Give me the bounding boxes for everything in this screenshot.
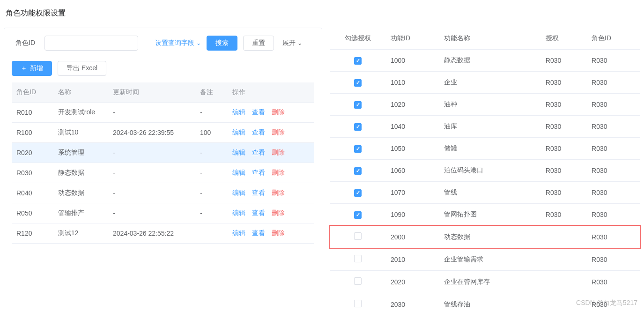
auth-checkbox[interactable]	[354, 300, 362, 307]
reset-button[interactable]: 重置	[243, 36, 274, 51]
col-role-id[interactable]: 角色ID	[587, 28, 640, 50]
cell-func-id: 2030	[386, 293, 439, 312]
table-row: 1000 静态数据 R030 R030	[330, 50, 640, 72]
cell-role-id: R030	[587, 138, 640, 160]
cell-func-name: 泊位码头港口	[439, 160, 541, 182]
view-link[interactable]: 查看	[252, 128, 265, 136]
auth-checkbox[interactable]	[354, 57, 362, 65]
permission-list-panel: 勾选授权 功能ID 功能名称 授权 角色ID 1000 静态数据 R030 R0…	[330, 28, 640, 312]
cell-update-time: -	[108, 143, 195, 163]
cell-auth	[541, 226, 587, 248]
edit-link[interactable]: 编辑	[232, 189, 245, 196]
cell-check	[330, 72, 386, 94]
cell-func-id: 1040	[386, 116, 439, 138]
cell-auth: R030	[541, 116, 587, 138]
auth-checkbox[interactable]	[354, 255, 362, 262]
col-name[interactable]: 名称	[53, 82, 108, 103]
cell-role-id: R010	[12, 103, 53, 123]
auth-checkbox[interactable]	[354, 123, 362, 131]
auth-checkbox[interactable]	[354, 232, 362, 240]
auth-checkbox[interactable]	[354, 167, 362, 175]
cell-role-id: R030	[12, 163, 53, 183]
auth-checkbox[interactable]	[354, 189, 362, 197]
view-link[interactable]: 查看	[252, 108, 265, 116]
cell-name: 开发测试role	[53, 103, 108, 123]
col-remark[interactable]: 备注	[195, 82, 228, 103]
edit-link[interactable]: 编辑	[232, 108, 245, 116]
cell-func-name: 管线存油	[439, 293, 541, 312]
table-row: 1040 油库 R030 R030	[330, 116, 640, 138]
cell-check	[330, 182, 386, 204]
config-query-fields-link[interactable]: 设置查询字段 ⌄	[155, 39, 201, 47]
table-row: 2020 企业在管网库存 R030	[330, 271, 640, 293]
edit-link[interactable]: 编辑	[232, 209, 245, 216]
cell-check	[330, 293, 386, 312]
col-role-id[interactable]: 角色ID	[12, 82, 53, 103]
cell-auth: R030	[541, 204, 587, 226]
cell-actions: 编辑 查看 删除	[228, 123, 314, 143]
table-row[interactable]: R050 管输排产 - - 编辑 查看 删除	[12, 203, 314, 223]
cell-role-id: R050	[12, 203, 53, 223]
delete-link[interactable]: 删除	[272, 229, 285, 237]
cell-auth: R030	[541, 138, 587, 160]
watermark: CSDN @白龙马5217	[576, 299, 637, 307]
table-row[interactable]: R020 系统管理 - - 编辑 查看 删除	[12, 143, 314, 163]
cell-func-id: 1090	[386, 204, 439, 226]
edit-link[interactable]: 编辑	[232, 229, 245, 237]
table-row[interactable]: R040 动态数据 - - 编辑 查看 删除	[12, 183, 314, 203]
delete-link[interactable]: 删除	[272, 209, 285, 216]
view-link[interactable]: 查看	[252, 149, 265, 156]
chevron-down-icon: ⌄	[196, 40, 201, 46]
cell-role-id: R030	[587, 72, 640, 94]
export-excel-button[interactable]: 导出 Excel	[58, 61, 106, 76]
auth-checkbox[interactable]	[354, 277, 362, 285]
table-row[interactable]: R030 静态数据 - - 编辑 查看 删除	[12, 163, 314, 183]
delete-link[interactable]: 删除	[272, 149, 285, 156]
cell-actions: 编辑 查看 删除	[228, 183, 314, 203]
cell-role-id: R030	[587, 50, 640, 72]
cell-name: 测试12	[53, 223, 108, 244]
edit-link[interactable]: 编辑	[232, 128, 245, 136]
auth-checkbox[interactable]	[354, 211, 362, 219]
cell-check	[330, 94, 386, 116]
edit-link[interactable]: 编辑	[232, 169, 245, 176]
col-auth[interactable]: 授权	[541, 28, 587, 50]
cell-func-id: 2010	[386, 248, 439, 271]
delete-link[interactable]: 删除	[272, 108, 285, 116]
delete-link[interactable]: 删除	[272, 189, 285, 196]
delete-link[interactable]: 删除	[272, 128, 285, 136]
role-id-input[interactable]	[44, 36, 138, 51]
search-button[interactable]: 搜索	[207, 36, 237, 51]
auth-checkbox[interactable]	[354, 145, 362, 153]
cell-check	[330, 50, 386, 72]
cell-func-name: 油库	[439, 116, 541, 138]
view-link[interactable]: 查看	[252, 209, 265, 216]
cell-role-id: R040	[12, 183, 53, 203]
col-func-id[interactable]: 功能ID	[386, 28, 439, 50]
cell-update-time: 2024-03-26 22:39:55	[108, 123, 195, 143]
cell-remark: 100	[195, 123, 228, 143]
cell-func-name: 管网拓扑图	[439, 204, 541, 226]
view-link[interactable]: 查看	[252, 229, 265, 237]
auth-checkbox[interactable]	[354, 79, 362, 87]
cell-role-id: R030	[587, 116, 640, 138]
delete-link[interactable]: 删除	[272, 169, 285, 176]
col-func-name[interactable]: 功能名称	[439, 28, 541, 50]
auth-checkbox[interactable]	[354, 101, 362, 109]
col-update-time[interactable]: 更新时间	[108, 82, 195, 103]
add-button-label: 新增	[30, 64, 43, 73]
add-button[interactable]: ＋ 新增	[12, 61, 52, 76]
edit-link[interactable]: 编辑	[232, 149, 245, 156]
cell-func-id: 1050	[386, 138, 439, 160]
table-row[interactable]: R100 测试10 2024-03-26 22:39:55 100 编辑 查看 …	[12, 123, 314, 143]
permission-table: 勾选授权 功能ID 功能名称 授权 角色ID 1000 静态数据 R030 R0…	[330, 28, 640, 312]
view-link[interactable]: 查看	[252, 169, 265, 176]
view-link[interactable]: 查看	[252, 189, 265, 196]
expand-link[interactable]: 展开 ⌄	[282, 39, 302, 47]
config-query-fields-label: 设置查询字段	[155, 39, 194, 47]
cell-remark: -	[195, 183, 228, 203]
table-row[interactable]: R120 测试12 2024-03-26 22:55:22 编辑 查看 删除	[12, 223, 314, 244]
table-row[interactable]: R010 开发测试role - - 编辑 查看 删除	[12, 103, 314, 123]
cell-auth	[541, 271, 587, 293]
cell-auth	[541, 248, 587, 271]
